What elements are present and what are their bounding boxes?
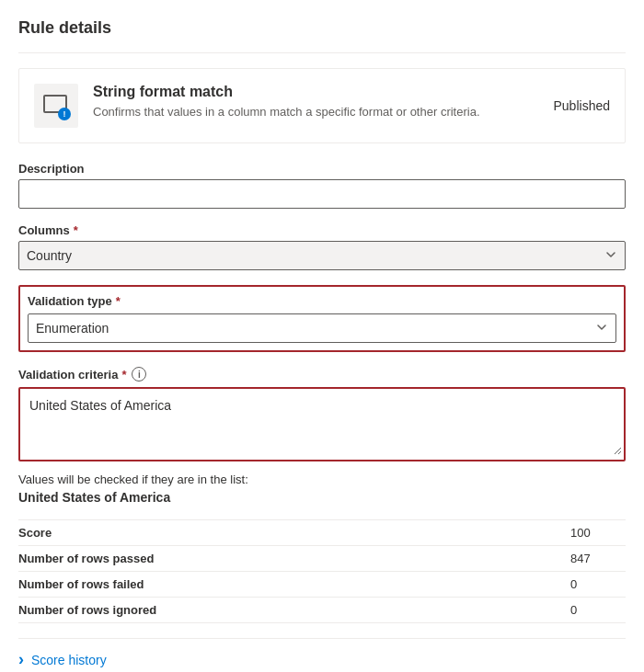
columns-required-star: * [74, 223, 78, 237]
stats-label-rows-passed: Number of rows passed [18, 552, 570, 565]
validation-criteria-textarea[interactable]: United States of America [22, 391, 622, 455]
columns-select-wrapper: Country [18, 241, 626, 270]
stats-table: Score 100 Number of rows passed 847 Numb… [18, 519, 626, 623]
validation-type-select[interactable]: Enumeration [28, 313, 616, 343]
validation-type-select-wrapper: Enumeration [28, 313, 616, 343]
rule-info: String format match Confirms that values… [93, 84, 539, 120]
table-row: Number of rows passed 847 [18, 546, 626, 572]
page-title: Rule details [18, 18, 626, 38]
validation-criteria-box: United States of America [18, 387, 626, 461]
validation-criteria-group: Validation criteria * i United States of… [18, 367, 626, 461]
stats-label-rows-ignored: Number of rows ignored [18, 603, 570, 617]
table-row: Number of rows failed 0 [18, 572, 626, 598]
validation-criteria-info-icon: i [132, 367, 146, 382]
columns-label: Columns * [18, 223, 626, 237]
validation-type-label: Validation type * [28, 294, 616, 308]
stats-value-rows-passed: 847 [570, 552, 626, 565]
rule-title: String format match [93, 84, 539, 100]
rule-icon-inner: ! [41, 91, 71, 120]
stats-value-rows-failed: 0 [570, 577, 626, 591]
rule-status: Published [554, 98, 611, 113]
description-field-group: Description [18, 162, 626, 209]
title-divider [18, 52, 626, 53]
score-history-row[interactable]: › Score history [18, 638, 626, 672]
rule-icon-box: ! [34, 84, 78, 128]
rule-icon-badge: ! [58, 108, 71, 120]
stats-label-rows-failed: Number of rows failed [18, 577, 570, 591]
description-label: Description [18, 162, 626, 176]
validation-type-required-star: * [116, 294, 121, 308]
description-input[interactable] [18, 179, 626, 209]
check-info-text: Values will be checked if they are in th… [18, 473, 626, 486]
stats-label-score: Score [18, 526, 570, 540]
score-history-label: Score history [31, 653, 107, 667]
rule-description: Confirms that values in a column match a… [93, 104, 539, 120]
columns-select[interactable]: Country [18, 241, 626, 270]
validation-criteria-label: Validation criteria * [18, 368, 126, 382]
table-row: Score 100 [18, 519, 626, 546]
check-info-value: United States of America [18, 490, 626, 505]
criteria-label-row: Validation criteria * i [18, 367, 626, 382]
rule-card: ! String format match Confirms that valu… [18, 68, 626, 143]
columns-field-group: Columns * Country [18, 223, 626, 270]
score-history-chevron-icon: › [18, 650, 24, 669]
table-row: Number of rows ignored 0 [18, 598, 626, 623]
stats-value-rows-ignored: 0 [570, 603, 626, 617]
stats-value-score: 100 [570, 526, 626, 540]
validation-type-group: Validation type * Enumeration [18, 285, 626, 352]
validation-criteria-required-star: * [121, 368, 126, 382]
